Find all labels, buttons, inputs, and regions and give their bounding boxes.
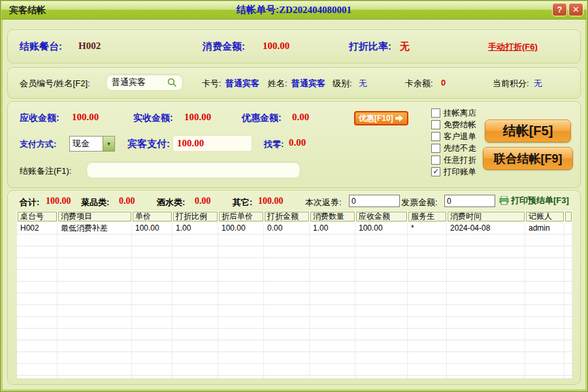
voucher-input[interactable]: 0 (349, 195, 400, 207)
grid-cell[interactable] (564, 223, 572, 235)
order-number-value: ZD202404080001 (279, 5, 351, 15)
search-icon[interactable] (167, 78, 177, 88)
grid-column-header: 打折金额 (264, 211, 310, 222)
change-value: 0.00 (289, 137, 306, 148)
grid-empty-cell (447, 246, 525, 258)
grid-cell[interactable]: H002 (17, 223, 57, 235)
printer-icon (499, 196, 509, 205)
points-label: 当前积分: (493, 78, 529, 90)
grid-empty-cell (132, 352, 172, 364)
grid-empty-cell (264, 329, 310, 340)
titlebar: 宾客结帐 结帐单号:ZD202404080001 ? ✕ (1, 1, 587, 20)
grid-empty-cell (17, 305, 57, 317)
grid-empty-cell (408, 270, 447, 282)
guest-pay-label: 宾客支付: (127, 138, 170, 150)
grid-empty-cell (355, 270, 408, 282)
option-any-discount[interactable]: 任意打折 (431, 154, 476, 166)
grid-column-header: 折后单价 (218, 211, 264, 222)
grid-cell[interactable]: 1.00 (172, 223, 218, 235)
grid-empty-cell (525, 329, 564, 340)
grid-cell[interactable]: 2024-04-08 10:58:40 (447, 223, 525, 235)
grid-cell[interactable]: 100.00 (355, 223, 408, 235)
invoice-input[interactable]: 0 (444, 195, 495, 207)
grid-empty-cell (172, 364, 218, 376)
option-settle-stay[interactable]: 先结不走 (431, 142, 476, 154)
grid-cell[interactable]: admin (525, 223, 564, 235)
coupon-button[interactable]: 优惠[F10] (354, 111, 408, 125)
pay-method-select[interactable]: 现金 ▼ (69, 136, 115, 152)
order-number-area: 结帐单号:ZD202404080001 (1, 4, 587, 16)
grid-empty-cell (310, 305, 355, 317)
grid-empty-cell (172, 352, 218, 364)
voucher-value: 0 (351, 197, 356, 206)
close-button[interactable]: ✕ (569, 3, 583, 16)
grid-empty-cell (17, 317, 57, 329)
discount-rate-value: 无 (400, 41, 410, 53)
grid-empty-cell (264, 352, 310, 364)
grid-cell[interactable]: 100.00 (132, 223, 172, 235)
grid-empty-cell (132, 305, 172, 317)
grid-empty-cell (132, 282, 172, 293)
remark-input[interactable] (86, 161, 301, 178)
grid-empty-cell (355, 305, 408, 317)
member-panel: 会员编号/姓名[F2]: 普通宾客 卡号: 普通宾客 姓名: 普通宾客 级别: … (7, 67, 581, 99)
grid-empty-cell (447, 352, 525, 364)
total-value: 100.00 (46, 196, 71, 206)
option-customer-refund[interactable]: 客户退单 (431, 131, 476, 142)
grid-empty-cell (172, 317, 218, 329)
grid-empty-cell (408, 329, 447, 340)
settle-button[interactable]: 结帐[F5] (485, 120, 571, 142)
consumption-grid: 桌台号消费项目单价打折比例折后单价打折金额消费数量应收金额服务生消费时间记账人H… (17, 211, 572, 378)
receivable-value: 100.00 (72, 112, 99, 123)
joint-settle-button[interactable]: 联合结帐[F9] (483, 147, 573, 170)
grid-cell[interactable]: * (408, 223, 447, 235)
drink-total-value: 0.00 (195, 196, 211, 206)
grid-empty-cell (564, 246, 572, 258)
grid-cell[interactable]: 0.00 (264, 223, 310, 235)
grid-column-header: 打折比例 (172, 211, 218, 222)
grid-empty-cell (17, 340, 57, 352)
grid-empty-cell (17, 270, 57, 282)
help-button[interactable]: ? (553, 3, 566, 16)
other-total-value: 100.00 (258, 196, 284, 206)
coupon-arrow-icon (395, 114, 404, 122)
print-pre-bill-button[interactable]: 打印预结单[F3] (499, 195, 569, 206)
grid-empty-cell (132, 235, 172, 246)
grid-empty-cell (355, 364, 408, 376)
grid-empty-cell (132, 317, 172, 329)
table-value: H002 (78, 41, 101, 52)
grid-empty-cell (525, 305, 564, 317)
dish-total-value: 0.00 (119, 196, 135, 206)
grid-empty-cell (447, 293, 525, 305)
grid-empty-cell (218, 376, 264, 378)
option-hang-bill[interactable]: 挂帐离店 (431, 107, 476, 119)
grid-empty-cell (57, 258, 132, 270)
grid-cell[interactable]: 1.00 (310, 223, 355, 235)
grid-empty-cell (172, 340, 218, 352)
grid-cell[interactable]: 最低消费补差 (57, 223, 132, 235)
grid-cell[interactable]: 100.00 (218, 223, 264, 235)
level-label: 级别: (333, 78, 352, 90)
grid-empty-cell (525, 364, 564, 376)
guest-pay-input[interactable]: 100.00 (172, 135, 252, 152)
grid-empty-cell (218, 305, 264, 317)
grid-empty-cell (264, 258, 310, 270)
grid-empty-cell (57, 329, 132, 340)
grid-empty-cell (447, 305, 525, 317)
grid-empty-cell (525, 317, 564, 329)
grid-empty-cell (172, 293, 218, 305)
member-name-value: 普通宾客 (291, 78, 325, 90)
option-free-settle[interactable]: 免费结帐 (431, 119, 476, 131)
discount-amount-label: 优惠金额: (242, 112, 282, 124)
grid-empty-cell (564, 376, 572, 378)
level-value: 无 (359, 78, 367, 90)
manual-discount-link[interactable]: 手动打折(F6) (488, 41, 538, 53)
member-search-input[interactable]: 普通宾客 (106, 74, 183, 91)
grid-empty-cell (57, 352, 132, 364)
grid-empty-cell (447, 235, 525, 246)
option-print-bill[interactable]: ✓打印账单 (431, 166, 476, 178)
pay-method-label: 支付方式: (20, 139, 56, 150)
grid-column-header: 消费数量 (310, 211, 355, 222)
consume-amount-value: 100.00 (263, 41, 289, 52)
grid-empty-cell (310, 246, 355, 258)
